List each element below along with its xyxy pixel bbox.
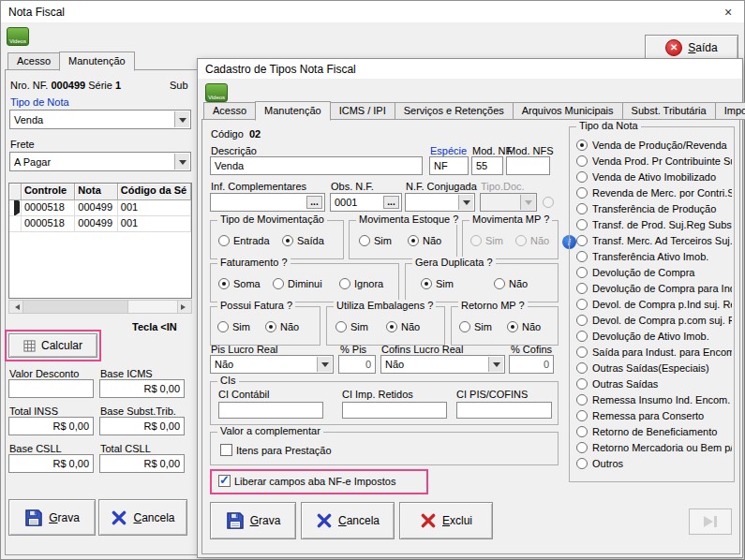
mod-nf-field[interactable]: 55: [471, 156, 503, 175]
frete-combo[interactable]: A Pagar: [9, 152, 191, 171]
tipo-de-nota-combo[interactable]: Venda: [9, 110, 191, 129]
chevron-down-icon[interactable]: [488, 357, 503, 372]
obs-nf-field[interactable]: 0001 ...: [330, 193, 402, 212]
chevron-down-icon[interactable]: [174, 154, 189, 169]
radio-nao[interactable]: Não: [494, 278, 528, 289]
radio-soma[interactable]: Soma: [218, 278, 261, 289]
radio-diminui[interactable]: Diminui: [273, 278, 322, 289]
pis-lucro-real-combo[interactable]: Não: [210, 355, 334, 374]
videos-icon[interactable]: Videos: [7, 27, 29, 46]
tipo-nota-option-13[interactable]: Saída para Indust. para Encom.: [576, 344, 732, 360]
inf-complementares-field[interactable]: ...: [210, 193, 325, 212]
chevron-down-icon[interactable]: [317, 357, 332, 372]
tipo-nota-option-6[interactable]: Transf. Merc. Ad Terceiros Suj.Reg: [576, 232, 732, 248]
tab-acesso[interactable]: Acesso: [7, 52, 60, 70]
tecla-hint: Tecla <IN: [132, 321, 194, 332]
col-controle[interactable]: Controle: [22, 184, 75, 200]
base-subst-field[interactable]: R$ 0,00: [99, 417, 185, 435]
chevron-down-icon[interactable]: [458, 195, 473, 210]
pct-cofins-label: % Cofins: [511, 344, 552, 355]
tab-servicos-retencoes[interactable]: Serviços e Retenções: [395, 102, 514, 120]
dialog-exclui-button[interactable]: Exclui: [399, 502, 493, 539]
videos-icon[interactable]: Videos: [205, 83, 228, 102]
saida-button[interactable]: ✕ Saída: [645, 35, 738, 60]
main-grava-button[interactable]: Grava: [8, 499, 96, 536]
mod-nfs-field[interactable]: [506, 156, 550, 175]
base-icms-field[interactable]: R$ 0,00: [99, 379, 185, 398]
col-nota[interactable]: Nota: [75, 184, 118, 200]
tipo-nota-option-2[interactable]: Venda de Ativo Imobilizado: [576, 169, 732, 184]
liberar-campos-checkbox[interactable]: Liberar campos aba NF-e Impostos: [218, 475, 395, 487]
chevron-down-icon[interactable]: [174, 111, 189, 127]
notas-grid[interactable]: Controle Nota Código da Sé 0000518 00049…: [8, 183, 192, 299]
main-cancela-button[interactable]: Cancela: [98, 499, 187, 536]
calcular-button[interactable]: Calcular: [8, 333, 97, 358]
pct-cofins-field[interactable]: 0: [509, 355, 554, 374]
radio-nao[interactable]: Não: [265, 321, 299, 332]
tipo-nota-option-16[interactable]: Remessa Insumo Ind. Encom.: [576, 391, 732, 407]
radio-entrada[interactable]: Entrada: [218, 235, 270, 246]
ellipsis-button[interactable]: ...: [306, 196, 322, 209]
radio-sim[interactable]: Sim: [335, 321, 368, 332]
radio-sim[interactable]: Sim: [217, 321, 250, 332]
tipo-nota-option-14[interactable]: Outras Saídas(Especiais): [576, 360, 732, 376]
radio-nao[interactable]: Não: [408, 235, 441, 246]
tipo-nota-option-1[interactable]: Venda Prod. Pr Contribuinte Subst: [576, 153, 732, 169]
radio-saida[interactable]: Saída: [282, 235, 324, 246]
scroll-thumb[interactable]: [23, 301, 128, 313]
scroll-left-icon[interactable]: [9, 301, 23, 313]
tipo-nota-option-9[interactable]: Devolução de Compra para Indust: [576, 280, 732, 296]
tipo-nota-option-17[interactable]: Remessa para Conserto: [576, 407, 732, 423]
tipo-nota-option-19[interactable]: Retorno Mercadoria ou Bem p/ C: [576, 439, 732, 455]
dialog-grava-button[interactable]: Grava: [210, 502, 296, 539]
table-row[interactable]: 0000518 000499 001: [9, 200, 191, 216]
radio-nao[interactable]: Não: [507, 321, 541, 332]
tab-subst-tributaria[interactable]: Subst. Tributária: [622, 102, 716, 120]
radio-nao[interactable]: Não: [386, 321, 420, 332]
dialog-cancela-button[interactable]: Cancela: [301, 502, 395, 539]
tipo-nota-option-8[interactable]: Devolução de Compra: [576, 264, 732, 280]
tipo-nota-option-10[interactable]: Devol. de Compra p.Ind suj. Regime: [576, 296, 732, 312]
radio-sim[interactable]: Sim: [359, 235, 392, 246]
cofins-lucro-real-combo[interactable]: Não: [380, 355, 505, 374]
tipo-nota-option-11[interactable]: Devol. de Compra p.com suj. Reg: [576, 312, 732, 328]
nav-last-button[interactable]: [689, 508, 732, 535]
descricao-field[interactable]: Venda: [210, 156, 423, 175]
tab-arquivos-municipais[interactable]: Arquivos Municipais: [513, 102, 623, 120]
radio-sim[interactable]: Sim: [459, 321, 492, 332]
ci-contabil-label: CI Contábil: [218, 389, 269, 400]
tipo-nota-option-12[interactable]: Devolução de Ativo Imob.: [576, 328, 732, 344]
ci-imp-retidos-field[interactable]: [342, 402, 447, 419]
tipo-nota-option-15[interactable]: Outras Saídas: [576, 376, 732, 391]
nf-conjugada-combo[interactable]: [405, 193, 475, 212]
ci-contabil-field[interactable]: [218, 402, 323, 419]
total-inss-field[interactable]: R$ 0,00: [8, 417, 94, 435]
tab-acesso[interactable]: Acesso: [203, 102, 256, 120]
total-csll-field[interactable]: R$ 0,00: [99, 454, 185, 473]
ellipsis-button[interactable]: ...: [383, 196, 399, 209]
ci-pis-cofins-field[interactable]: [456, 402, 552, 419]
grid-hscrollbar[interactable]: [8, 300, 192, 314]
tab-importacao[interactable]: Importação: [715, 102, 745, 120]
scroll-right-icon[interactable]: [177, 301, 191, 313]
tab-manutencao[interactable]: Manutenção: [59, 52, 135, 71]
especie-field[interactable]: NF: [429, 156, 469, 175]
tipo-nota-option-4[interactable]: Transferência de Produção: [576, 200, 732, 216]
tipo-nota-option-5[interactable]: Transf. de Prod. Suj.Reg Substituição: [576, 216, 732, 232]
tipo-nota-option-0[interactable]: Venda de Produção/Revenda: [576, 137, 732, 153]
tipo-nota-option-7[interactable]: Transferência Ativo Imob.: [576, 248, 732, 264]
tipo-nota-option-18[interactable]: Retorno de Beneficiamento: [576, 423, 732, 439]
tipo-nota-option-3[interactable]: Revenda de Merc. por Contri.Subst: [576, 184, 732, 200]
col-codigo-serie[interactable]: Código da Sé: [118, 184, 191, 200]
table-row[interactable]: 0000518 000499 001: [9, 216, 191, 232]
close-icon[interactable]: ×: [712, 1, 744, 23]
tipo-nota-option-20[interactable]: Outros: [576, 455, 732, 471]
radio-sim[interactable]: Sim: [421, 278, 454, 289]
tab-manutencao[interactable]: Manutenção: [255, 101, 331, 121]
valor-desconto-field[interactable]: [8, 379, 94, 398]
base-csll-field[interactable]: R$ 0,00: [8, 454, 94, 473]
pct-pis-field[interactable]: 0: [338, 355, 376, 374]
radio-ignora[interactable]: Ignora: [339, 278, 383, 289]
tab-icms-ipi[interactable]: ICMS / IPI: [330, 102, 395, 120]
itens-para-prestacao-checkbox[interactable]: Itens para Prestação: [220, 444, 332, 456]
